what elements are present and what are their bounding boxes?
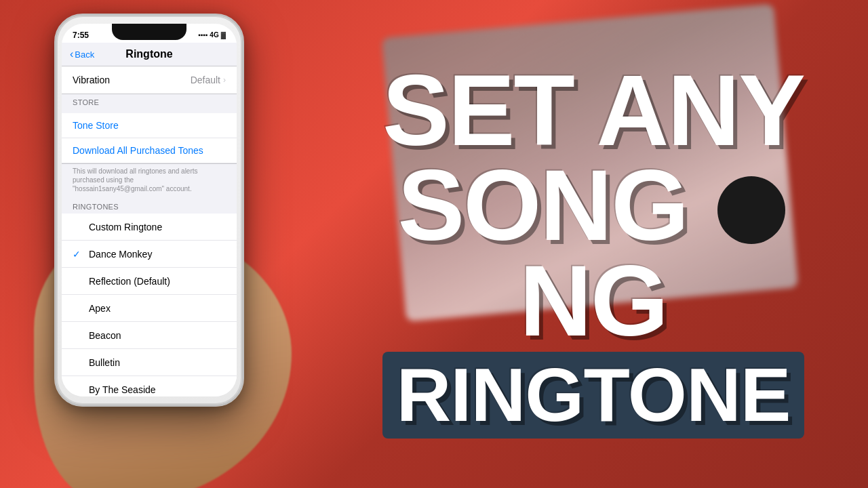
store-note: This will download all ringtones and ale… (62, 164, 237, 199)
battery-icon: ▓ (221, 31, 226, 39)
store-section: Tone Store Download All Purchased Tones (62, 113, 237, 164)
back-label: Back (75, 49, 94, 60)
music-note-icon (717, 176, 785, 244)
store-header: STORE (62, 94, 237, 109)
ringtone-item[interactable]: Apex (62, 295, 237, 322)
download-tones-link[interactable]: Download All Purchased Tones (62, 138, 237, 163)
network-type: 4G (210, 31, 218, 39)
ringtone-name: Beacon (89, 330, 121, 341)
screen-body: Vibration Default › STORE Tone Store (62, 66, 237, 396)
ringtone-item[interactable]: Reflection (Default) (62, 268, 237, 295)
vibration-row[interactable]: Vibration Default › (62, 66, 237, 94)
phone-container: 7:55 ▪▪▪▪ 4G ▓ ‹ Back Ringtone (54, 14, 271, 474)
ringtones-section: Custom Ringtone✓Dance MonkeyReflection (… (62, 214, 237, 396)
status-icons: ▪▪▪▪ 4G ▓ (198, 31, 226, 39)
store-divider: STORE (62, 94, 237, 113)
ringtone-name: Apex (89, 303, 111, 314)
ringtone-item[interactable]: Custom Ringtone (62, 214, 237, 241)
headline-line2: SONG NG (359, 158, 827, 348)
headline-line1: SET ANY (382, 63, 804, 159)
ringtone-item[interactable]: Beacon (62, 322, 237, 349)
tone-store-link[interactable]: Tone Store (62, 113, 237, 138)
ringtone-item[interactable]: ✓Dance Monkey (62, 241, 237, 268)
screen-inner: 7:55 ▪▪▪▪ 4G ▓ ‹ Back Ringtone (62, 24, 237, 396)
nav-bar: ‹ Back Ringtone (62, 43, 237, 66)
page-title: Ringtone (125, 48, 172, 60)
ringtone-item[interactable]: By The Seaside (62, 376, 237, 396)
signal-icon: ▪▪▪▪ (198, 31, 208, 39)
headline-container: SET ANY SONG NG RINGTONE (346, 34, 841, 468)
ringtone-name: Dance Monkey (89, 249, 152, 260)
ringtone-item[interactable]: Bulletin (62, 349, 237, 376)
status-time: 7:55 (73, 30, 89, 40)
ringtone-name: By The Seaside (89, 384, 156, 395)
ringtone-name: Custom Ringtone (89, 222, 162, 232)
back-arrow-icon: ‹ (70, 48, 73, 60)
vibration-value: Default › (191, 75, 226, 85)
ringtones-header: RINGTONES (62, 199, 237, 214)
headline-line3: RINGTONE (382, 352, 804, 439)
phone-screen: 7:55 ▪▪▪▪ 4G ▓ ‹ Back Ringtone (62, 24, 237, 396)
vibration-section: Vibration Default › (62, 66, 237, 94)
vibration-label: Vibration (73, 75, 110, 85)
ringtone-name: Reflection (Default) (89, 276, 170, 287)
checkmark-icon: ✓ (73, 249, 83, 260)
back-button[interactable]: ‹ Back (70, 48, 94, 60)
ringtone-name: Bulletin (89, 357, 120, 368)
chevron-icon: › (223, 75, 226, 85)
phone-notch (112, 24, 186, 40)
phone-frame: 7:55 ▪▪▪▪ 4G ▓ ‹ Back Ringtone (54, 14, 244, 407)
